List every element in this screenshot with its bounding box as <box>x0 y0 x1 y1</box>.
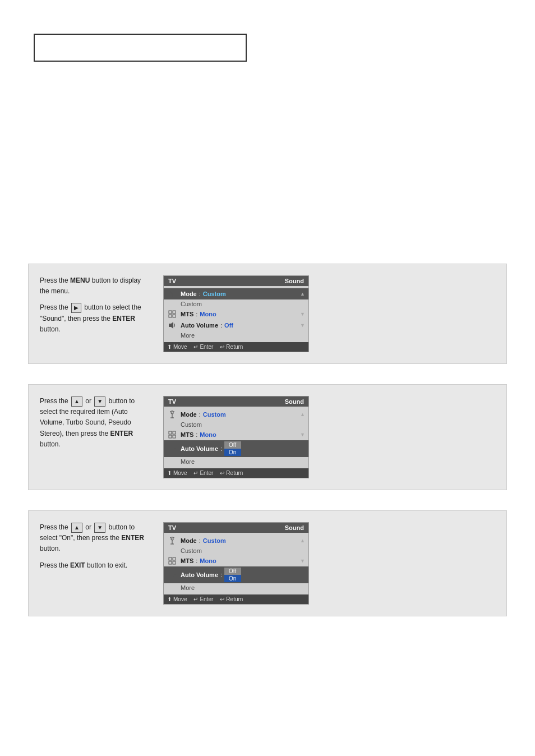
row-star: ▼ <box>300 558 305 564</box>
footer-item-enter: ↵Enter <box>193 596 213 602</box>
row-value: Custom <box>203 291 226 297</box>
footer-label: Return <box>226 470 243 476</box>
step-panel-1: Press the MENU button to display the men… <box>28 264 507 364</box>
tv-label: TV <box>168 524 176 531</box>
svg-point-16 <box>171 538 173 540</box>
instruction-text-1-2: Press the ▶ button to select the "Sound"… <box>40 302 152 335</box>
menu-icon-row-2: MTS:Mono▼ <box>164 555 308 566</box>
step-instructions-1: Press the MENU button to display the men… <box>40 275 152 352</box>
menu-body: Mode:Custom▲CustomMTS:Mono▼Auto Volume:O… <box>164 407 308 468</box>
row-star: ▲ <box>300 412 305 417</box>
footer-label: Move <box>173 596 187 602</box>
svg-rect-6 <box>173 315 176 317</box>
row-colon: : <box>199 537 201 544</box>
menu-icon-row-0: Mode:Custom▲ <box>164 409 308 420</box>
steps-container: Press the MENU button to display the men… <box>0 264 535 628</box>
row-colon: : <box>220 571 222 578</box>
row-label: MTS <box>181 311 193 317</box>
instruction-text-3-1: Press the ▲ or ▼ button to select "On", … <box>40 522 152 555</box>
footer-item-enter: ↵Enter <box>193 344 213 350</box>
menu-icon-antenna <box>167 289 177 298</box>
menu-footer: ⬆Move↵Enter↩Return <box>164 594 308 604</box>
dropdown-option-on[interactable]: On <box>224 449 241 456</box>
row-colon: : <box>220 445 222 452</box>
menu-icon-grid <box>167 310 177 319</box>
sound-label: Sound <box>285 524 304 531</box>
row-value: Mono <box>200 431 216 438</box>
row-label: MTS <box>181 431 193 438</box>
row-colon: : <box>220 322 222 329</box>
footer-label: Enter <box>200 344 213 350</box>
svg-rect-3 <box>169 311 172 314</box>
menu-icon-antenna <box>167 410 177 419</box>
return-icon: ↩ <box>220 596 224 602</box>
row-label: Mode <box>181 411 197 418</box>
svg-rect-21 <box>169 561 172 564</box>
svg-point-8 <box>171 412 173 414</box>
sound-label: Sound <box>285 278 304 284</box>
menu-icon-row-3: Auto Volume:OffOn <box>164 566 308 583</box>
row-star: ▲ <box>300 291 305 297</box>
footer-item-return: ↩Return <box>220 344 243 350</box>
menu-icon-grid <box>167 430 177 439</box>
menu-icon-row-0: Mode:Custom▲ <box>164 288 308 299</box>
menu-icon-grid <box>167 556 177 565</box>
footer-label: Enter <box>200 596 213 602</box>
dropdown-option-off[interactable]: Off <box>224 441 241 449</box>
row-star: ▼ <box>300 311 305 317</box>
menu-icon-row-3: Auto Volume:Off▼ <box>164 320 308 331</box>
row-star: ▼ <box>300 322 305 328</box>
svg-rect-20 <box>173 557 176 560</box>
menu-icon-speaker <box>167 444 177 453</box>
row-colon: : <box>199 291 201 297</box>
arrow-icon: ⬆ <box>167 344 172 350</box>
footer-item-move: ⬆Move <box>167 596 187 602</box>
step-instructions-2: Press the ▲ or ▼ button to select the re… <box>40 396 152 478</box>
footer-item-enter: ↵Enter <box>193 470 213 476</box>
tv-label: TV <box>168 278 176 284</box>
footer-item-return: ↩Return <box>220 470 243 476</box>
footer-label: Return <box>226 344 243 350</box>
footer-item-move: ⬆Move <box>167 470 187 476</box>
row-label: Mode <box>181 291 197 297</box>
footer-item-return: ↩Return <box>220 596 243 602</box>
svg-rect-13 <box>169 435 172 438</box>
menu-more-row: More <box>164 583 308 592</box>
return-icon: ↩ <box>220 470 224 476</box>
svg-rect-11 <box>169 431 172 434</box>
menu-icon-row-2: MTS:Mono▼ <box>164 308 308 320</box>
menu-header: TVSound <box>164 523 308 533</box>
step-panel-3: Press the ▲ or ▼ button to select "On", … <box>28 510 507 616</box>
dropdown-option-on[interactable]: On <box>224 575 241 582</box>
footer-item-move: ⬆Move <box>167 344 187 350</box>
tv-menu-1: TVSoundMode:Custom▲CustomMTS:Mono▼Auto V… <box>163 275 309 352</box>
arrow-icon: ⬆ <box>167 596 172 602</box>
menu-icon-antenna <box>167 536 177 545</box>
arrow-icon: ⬆ <box>167 470 172 476</box>
svg-rect-5 <box>169 315 172 317</box>
menu-body: Mode:Custom▲CustomMTS:Mono▼Auto Volume:O… <box>164 286 308 342</box>
svg-rect-22 <box>173 561 176 564</box>
menu-more-row: More <box>164 457 308 466</box>
enter-icon: ↵ <box>193 470 198 476</box>
dropdown-options: OffOn <box>224 568 241 582</box>
menu-icon-speaker <box>167 321 177 330</box>
row-colon: : <box>196 311 197 317</box>
row-colon: : <box>199 411 201 418</box>
row-colon: : <box>196 431 197 438</box>
instruction-text-1-1: Press the MENU button to display the men… <box>40 275 152 297</box>
menu-sub-row-1: Custom <box>164 546 308 555</box>
footer-label: Move <box>173 470 187 476</box>
tv-menu-2: TVSoundMode:Custom▲CustomMTS:Mono▼Auto V… <box>163 396 309 478</box>
menu-header: TVSound <box>164 276 308 286</box>
row-label: Auto Volume <box>181 445 218 452</box>
dropdown-option-off[interactable]: Off <box>224 568 241 575</box>
step-instructions-3: Press the ▲ or ▼ button to select "On", … <box>40 522 152 605</box>
return-icon: ↩ <box>220 344 224 350</box>
row-value: Off <box>224 322 233 329</box>
footer-label: Return <box>226 596 243 602</box>
enter-icon: ↵ <box>193 596 198 602</box>
row-label: MTS <box>181 557 193 564</box>
row-star: ▲ <box>300 538 305 543</box>
step-panel-2: Press the ▲ or ▼ button to select the re… <box>28 384 507 490</box>
